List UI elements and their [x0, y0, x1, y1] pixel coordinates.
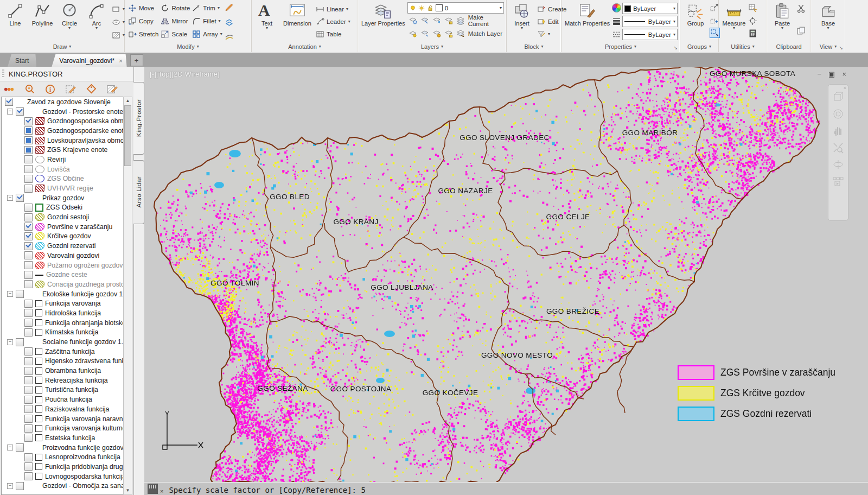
layer-properties-button[interactable]: Layer Properties — [360, 2, 406, 27]
stretch-button[interactable]: Stretch — [127, 28, 159, 41]
tree-row[interactable]: Lovnogospodarska funkcija — [2, 472, 123, 481]
tree-row[interactable]: −Gozdovi - Območja za sanacijo — [2, 481, 123, 491]
color-wheel-icon[interactable] — [612, 3, 621, 12]
scroll-down-icon[interactable]: ▼ — [126, 487, 130, 494]
tree-row[interactable]: Površine v zaraščanju — [2, 222, 123, 232]
tree-scrollbar[interactable]: ▲ ▼ — [123, 97, 132, 495]
view-panel-title[interactable]: View▾↘ — [811, 42, 845, 52]
label-tag-icon[interactable] — [86, 84, 97, 95]
scale-button[interactable]: Scale — [159, 28, 191, 41]
tree-row[interactable]: −Socialne funkcije gozdov 1. sto — [2, 337, 123, 347]
tree-checkbox[interactable] — [24, 280, 33, 288]
utilities-panel-title[interactable]: Utilities▾ — [719, 42, 767, 52]
tree-checkbox[interactable] — [24, 319, 33, 327]
navbar-close-icon[interactable]: × — [844, 85, 846, 91]
layer-unused-icon[interactable] — [409, 16, 417, 25]
mirror-button[interactable]: Mirror — [159, 15, 191, 28]
zoom-extents-icon[interactable] — [832, 142, 844, 154]
tree-expander-icon[interactable]: − — [7, 291, 13, 297]
make-current-button[interactable]: Make Current — [468, 14, 503, 27]
tree-checkbox[interactable] — [24, 271, 33, 279]
new-tab-button[interactable]: + — [130, 54, 143, 66]
tree-checkbox[interactable] — [24, 300, 33, 308]
copy-clip-icon[interactable] — [796, 26, 806, 35]
tree-checkbox[interactable] — [24, 117, 33, 125]
tree-checkbox[interactable] — [24, 251, 33, 259]
fillet-button[interactable]: Fillet▾ — [191, 15, 224, 28]
tree-row[interactable]: Lovišča — [2, 164, 123, 174]
line-button[interactable]: Line — [2, 2, 28, 27]
tree-row[interactable]: Funkcija varovanja kulturne — [2, 423, 123, 433]
pan-icon[interactable] — [832, 125, 844, 137]
arc-button[interactable]: Arc▾ — [84, 2, 110, 30]
search-icon[interactable] — [24, 84, 35, 95]
tree-row[interactable]: −Prikaz gozdov — [2, 193, 123, 203]
tree-checkbox[interactable] — [16, 443, 24, 452]
tree-checkbox[interactable] — [24, 462, 33, 471]
tree-checkbox[interactable] — [24, 213, 33, 221]
tree-checkbox[interactable] — [24, 386, 33, 394]
rotate-button[interactable]: Rotate — [159, 2, 191, 15]
tree-row[interactable]: Gozdne ceste — [2, 270, 123, 280]
edit-selection-icon[interactable] — [65, 84, 76, 95]
layer-bulb-icon[interactable] — [409, 29, 417, 38]
tree-checkbox[interactable] — [24, 347, 33, 356]
layer-unlock-icon[interactable] — [444, 29, 453, 38]
dimension-button[interactable]: Dimension — [281, 2, 314, 27]
tree-row[interactable]: Gozdnogospodarske enote — [2, 126, 123, 136]
tree-row[interactable]: Funkcija varovanja — [2, 299, 123, 308]
scroll-up-icon[interactable]: ▲ — [126, 97, 130, 105]
command-line[interactable]: × Specify scale factor or [Copy/Referenc… — [144, 482, 868, 495]
tree-row[interactable]: Funkcija ohranjanja biotske — [2, 318, 123, 328]
hatch-edit-icon[interactable] — [106, 84, 118, 95]
tree-row[interactable]: Gozdni sestoji — [2, 212, 123, 222]
tree-expander-icon[interactable]: − — [7, 445, 13, 450]
tree-checkbox[interactable] — [24, 136, 33, 144]
tree-checkbox[interactable] — [24, 434, 33, 442]
tree-checkbox[interactable] — [24, 146, 33, 154]
object-color-dropdown[interactable]: ByLayer▾ — [622, 3, 678, 14]
tree-checkbox[interactable] — [24, 357, 33, 365]
make-current-icon[interactable] — [456, 16, 465, 25]
tree-row[interactable]: ZGS Odseki — [2, 203, 123, 213]
tree-row[interactable]: Funkcija pridobivanja drugi — [2, 462, 123, 472]
tree-checkbox[interactable] — [24, 223, 33, 231]
tab-document[interactable]: Varovalni_gozdovi*× — [52, 54, 126, 67]
tree-checkbox[interactable] — [24, 232, 33, 240]
tree-checkbox[interactable] — [24, 453, 33, 461]
tree-row[interactable]: Funkcija varovanja naravnih — [2, 414, 123, 424]
tree-row[interactable]: Varovalni gozdovi — [2, 251, 123, 261]
tree-checkbox[interactable] — [16, 290, 24, 298]
drawing-viewport[interactable]: GGO MURSKA SOBOTAGGO MARIBORGGO SLOVENJ … — [144, 67, 868, 482]
tree-checkbox[interactable] — [24, 309, 33, 317]
info-icon[interactable]: i — [44, 84, 56, 95]
viewcube-icon[interactable] — [832, 91, 844, 103]
tree-row[interactable]: Hidrološka funkcija — [2, 308, 123, 318]
tree-expander-icon[interactable]: − — [7, 339, 13, 345]
paste-button[interactable]: Paste▾ — [769, 2, 795, 30]
tree-checkbox[interactable] — [5, 98, 13, 106]
linetype-icon[interactable] — [612, 30, 621, 39]
tree-checkbox[interactable] — [24, 376, 33, 384]
minimize-icon[interactable]: − — [818, 70, 822, 78]
tree-row[interactable]: Lovskoupravljavska območ — [2, 136, 123, 145]
groups-panel-title[interactable]: Groups▾ — [680, 42, 718, 52]
id-point-icon[interactable] — [748, 16, 757, 26]
tree-checkbox[interactable] — [16, 482, 24, 490]
copy-button[interactable]: Copy — [127, 15, 159, 28]
quick-select-icon[interactable] — [748, 3, 757, 12]
block-panel-title[interactable]: Block▾ — [507, 42, 561, 52]
tree-row[interactable]: Poučna funkcija — [2, 395, 123, 404]
tree-checkbox[interactable] — [24, 424, 33, 433]
tree-row[interactable]: −Ekološke funkcije gozdov 1. sto — [2, 289, 123, 299]
tree-row[interactable]: Revirji — [2, 155, 123, 164]
layer-colors-icon[interactable] — [3, 84, 15, 95]
tree-checkbox[interactable] — [24, 261, 33, 269]
tree-checkbox[interactable] — [24, 472, 33, 480]
tree-checkbox[interactable] — [24, 175, 33, 183]
match-layer-button[interactable]: Match Layer — [468, 30, 502, 37]
tree-checkbox[interactable] — [24, 155, 33, 163]
lineweight-icon[interactable] — [612, 17, 621, 26]
command-grip-icon[interactable] — [148, 484, 158, 494]
layer-thaw-icon[interactable] — [432, 29, 441, 38]
